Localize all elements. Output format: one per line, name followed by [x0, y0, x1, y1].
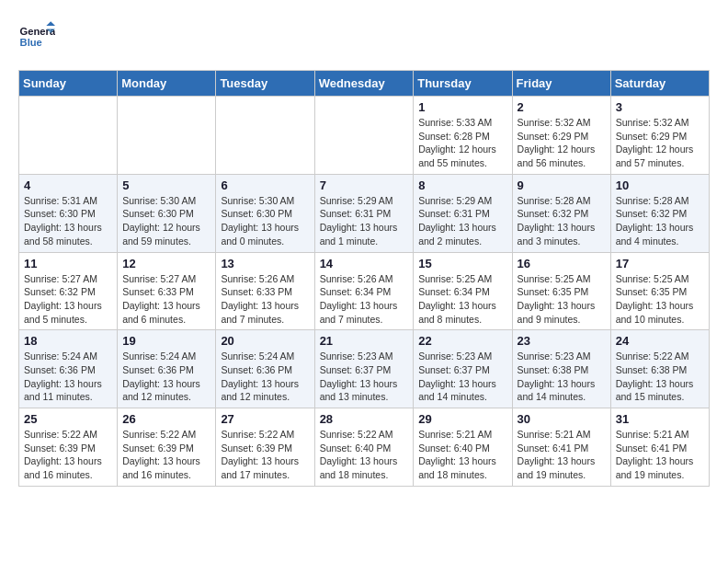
day-info: Sunrise: 5:29 AM Sunset: 6:31 PM Dayligh… [320, 194, 409, 248]
day-number: 11 [24, 257, 112, 270]
calendar-cell: 25Sunrise: 5:22 AM Sunset: 6:39 PM Dayli… [19, 408, 118, 487]
weekday-header-thursday: Thursday [414, 71, 512, 97]
calendar-cell: 10Sunrise: 5:28 AM Sunset: 6:32 PM Dayli… [610, 174, 709, 252]
calendar-week-4: 18Sunrise: 5:24 AM Sunset: 6:36 PM Dayli… [19, 330, 710, 408]
calendar-cell [216, 97, 314, 175]
day-info: Sunrise: 5:22 AM Sunset: 6:38 PM Dayligh… [616, 350, 704, 404]
day-info: Sunrise: 5:29 AM Sunset: 6:31 PM Dayligh… [418, 194, 506, 248]
weekday-header-friday: Friday [512, 71, 610, 97]
calendar-cell: 31Sunrise: 5:21 AM Sunset: 6:41 PM Dayli… [610, 408, 709, 487]
day-number: 10 [616, 178, 704, 192]
calendar-cell: 24Sunrise: 5:22 AM Sunset: 6:38 PM Dayli… [610, 330, 709, 408]
day-number: 17 [616, 257, 704, 270]
calendar-cell [314, 97, 414, 175]
calendar-cell: 16Sunrise: 5:25 AM Sunset: 6:35 PM Dayli… [512, 252, 610, 330]
weekday-header-sunday: Sunday [19, 71, 118, 97]
calendar-cell: 15Sunrise: 5:25 AM Sunset: 6:34 PM Dayli… [414, 252, 512, 330]
day-info: Sunrise: 5:31 AM Sunset: 6:30 PM Dayligh… [24, 194, 112, 248]
day-number: 5 [122, 178, 210, 192]
day-number: 21 [320, 334, 409, 348]
svg-text:Blue: Blue [20, 37, 42, 48]
day-number: 9 [518, 178, 606, 192]
logo: General Blue [18, 18, 55, 55]
calendar-week-3: 11Sunrise: 5:27 AM Sunset: 6:32 PM Dayli… [19, 252, 710, 330]
day-number: 7 [320, 178, 409, 192]
day-info: Sunrise: 5:32 AM Sunset: 6:29 PM Dayligh… [518, 116, 606, 170]
calendar-cell: 1Sunrise: 5:33 AM Sunset: 6:28 PM Daylig… [414, 97, 512, 175]
day-number: 12 [122, 257, 210, 270]
day-number: 25 [24, 412, 112, 426]
day-info: Sunrise: 5:22 AM Sunset: 6:39 PM Dayligh… [122, 428, 210, 482]
day-info: Sunrise: 5:22 AM Sunset: 6:39 PM Dayligh… [221, 428, 309, 482]
day-info: Sunrise: 5:23 AM Sunset: 6:37 PM Dayligh… [320, 350, 409, 404]
calendar-table: SundayMondayTuesdayWednesdayThursdayFrid… [18, 70, 710, 487]
svg-marker-2 [46, 21, 55, 26]
day-info: Sunrise: 5:30 AM Sunset: 6:30 PM Dayligh… [122, 194, 210, 248]
day-number: 27 [221, 412, 309, 426]
day-info: Sunrise: 5:28 AM Sunset: 6:32 PM Dayligh… [518, 194, 606, 248]
calendar-cell: 22Sunrise: 5:23 AM Sunset: 6:37 PM Dayli… [414, 330, 512, 408]
day-info: Sunrise: 5:21 AM Sunset: 6:41 PM Dayligh… [518, 428, 606, 482]
day-number: 26 [122, 412, 210, 426]
calendar-cell: 7Sunrise: 5:29 AM Sunset: 6:31 PM Daylig… [314, 174, 414, 252]
calendar-cell: 27Sunrise: 5:22 AM Sunset: 6:39 PM Dayli… [216, 408, 314, 487]
day-number: 31 [616, 412, 704, 426]
calendar-cell: 17Sunrise: 5:25 AM Sunset: 6:35 PM Dayli… [610, 252, 709, 330]
day-number: 20 [221, 334, 309, 348]
calendar-cell: 9Sunrise: 5:28 AM Sunset: 6:32 PM Daylig… [512, 174, 610, 252]
logo-icon: General Blue [18, 18, 55, 55]
day-info: Sunrise: 5:24 AM Sunset: 6:36 PM Dayligh… [122, 350, 210, 404]
day-number: 22 [418, 334, 506, 348]
calendar-cell: 2Sunrise: 5:32 AM Sunset: 6:29 PM Daylig… [512, 97, 610, 175]
calendar-cell [19, 97, 118, 175]
weekday-header-wednesday: Wednesday [314, 71, 414, 97]
calendar-cell: 21Sunrise: 5:23 AM Sunset: 6:37 PM Dayli… [314, 330, 414, 408]
day-number: 13 [221, 257, 309, 270]
calendar-cell: 5Sunrise: 5:30 AM Sunset: 6:30 PM Daylig… [118, 174, 216, 252]
day-number: 6 [221, 178, 309, 192]
calendar-header-row: SundayMondayTuesdayWednesdayThursdayFrid… [19, 71, 710, 97]
day-info: Sunrise: 5:25 AM Sunset: 6:35 PM Dayligh… [518, 272, 606, 327]
day-number: 1 [418, 100, 506, 114]
day-number: 29 [418, 412, 506, 426]
calendar-cell: 26Sunrise: 5:22 AM Sunset: 6:39 PM Dayli… [118, 408, 216, 487]
calendar-week-1: 1Sunrise: 5:33 AM Sunset: 6:28 PM Daylig… [19, 97, 710, 175]
day-info: Sunrise: 5:32 AM Sunset: 6:29 PM Dayligh… [616, 116, 704, 170]
day-number: 19 [122, 334, 210, 348]
calendar-cell: 23Sunrise: 5:23 AM Sunset: 6:38 PM Dayli… [512, 330, 610, 408]
day-info: Sunrise: 5:21 AM Sunset: 6:40 PM Dayligh… [418, 428, 506, 482]
day-number: 3 [616, 100, 704, 114]
calendar-cell: 11Sunrise: 5:27 AM Sunset: 6:32 PM Dayli… [19, 252, 118, 330]
calendar-cell: 30Sunrise: 5:21 AM Sunset: 6:41 PM Dayli… [512, 408, 610, 487]
day-info: Sunrise: 5:24 AM Sunset: 6:36 PM Dayligh… [221, 350, 309, 404]
day-info: Sunrise: 5:26 AM Sunset: 6:33 PM Dayligh… [221, 272, 309, 327]
day-info: Sunrise: 5:27 AM Sunset: 6:33 PM Dayligh… [122, 272, 210, 327]
day-info: Sunrise: 5:24 AM Sunset: 6:36 PM Dayligh… [24, 350, 112, 404]
day-info: Sunrise: 5:22 AM Sunset: 6:39 PM Dayligh… [24, 428, 112, 482]
calendar-cell: 19Sunrise: 5:24 AM Sunset: 6:36 PM Dayli… [118, 330, 216, 408]
day-number: 15 [418, 257, 506, 270]
day-info: Sunrise: 5:30 AM Sunset: 6:30 PM Dayligh… [221, 194, 309, 248]
day-number: 18 [24, 334, 112, 348]
day-info: Sunrise: 5:22 AM Sunset: 6:40 PM Dayligh… [320, 428, 409, 482]
weekday-header-saturday: Saturday [610, 71, 709, 97]
day-number: 24 [616, 334, 704, 348]
weekday-header-tuesday: Tuesday [216, 71, 314, 97]
day-info: Sunrise: 5:28 AM Sunset: 6:32 PM Dayligh… [616, 194, 704, 248]
day-info: Sunrise: 5:23 AM Sunset: 6:37 PM Dayligh… [418, 350, 506, 404]
calendar-cell: 3Sunrise: 5:32 AM Sunset: 6:29 PM Daylig… [610, 97, 709, 175]
day-number: 23 [518, 334, 606, 348]
calendar-week-2: 4Sunrise: 5:31 AM Sunset: 6:30 PM Daylig… [19, 174, 710, 252]
calendar-cell: 20Sunrise: 5:24 AM Sunset: 6:36 PM Dayli… [216, 330, 314, 408]
calendar-cell: 4Sunrise: 5:31 AM Sunset: 6:30 PM Daylig… [19, 174, 118, 252]
calendar-cell: 13Sunrise: 5:26 AM Sunset: 6:33 PM Dayli… [216, 252, 314, 330]
calendar-cell [118, 97, 216, 175]
day-info: Sunrise: 5:25 AM Sunset: 6:35 PM Dayligh… [616, 272, 704, 327]
calendar-cell: 28Sunrise: 5:22 AM Sunset: 6:40 PM Dayli… [314, 408, 414, 487]
day-number: 30 [518, 412, 606, 426]
day-number: 4 [24, 178, 112, 192]
day-info: Sunrise: 5:21 AM Sunset: 6:41 PM Dayligh… [616, 428, 704, 482]
day-info: Sunrise: 5:23 AM Sunset: 6:38 PM Dayligh… [518, 350, 606, 404]
weekday-header-monday: Monday [118, 71, 216, 97]
day-number: 8 [418, 178, 506, 192]
